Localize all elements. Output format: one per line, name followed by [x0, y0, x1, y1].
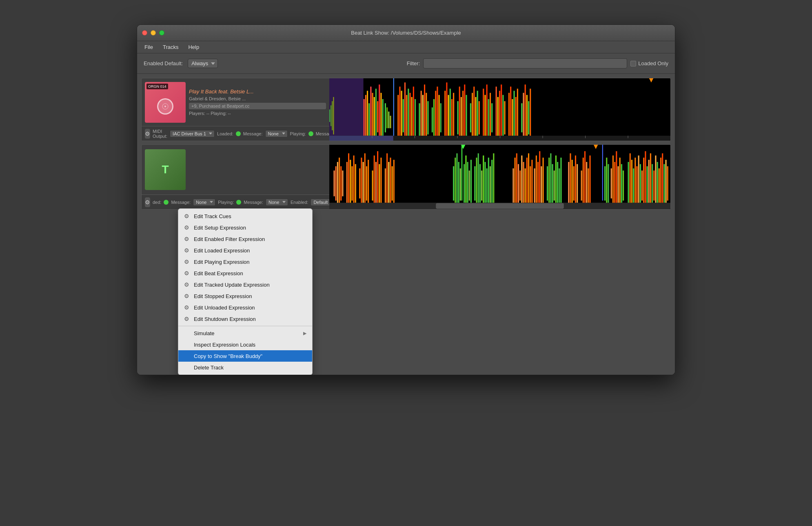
menu-tracks[interactable]: Tracks [159, 42, 183, 52]
svg-rect-24 [390, 116, 391, 128]
svg-rect-204 [619, 158, 621, 209]
playing-label-1: Playing: [290, 131, 306, 136]
track-controls-1: ⚙ MIDI Output: IAC Driver Bus 1 Loaded: … [142, 126, 329, 141]
svg-rect-186 [573, 166, 575, 201]
loaded-only-checkbox[interactable] [630, 61, 636, 66]
svg-rect-8 [393, 78, 394, 141]
svg-rect-137 [458, 162, 459, 205]
context-menu-item-edit-beat[interactable]: ⚙ Edit Beat Expression [178, 267, 312, 279]
svg-rect-106 [337, 162, 338, 205]
svg-rect-194 [589, 155, 590, 209]
svg-rect-46 [439, 95, 440, 137]
context-menu-item-edit-enabled-filter[interactable]: ⚙ Edit Enabled Filter Expression [178, 233, 312, 245]
maximize-button[interactable] [159, 30, 164, 35]
context-menu-item-edit-track-cues[interactable]: ⚙ Edit Track Cues [178, 210, 312, 222]
context-menu-label-edit-stopped: Edit Stopped Expression [194, 293, 252, 299]
enabled-default-label: Enabled Default: [144, 60, 183, 66]
svg-rect-182 [560, 158, 561, 209]
svg-rect-141 [467, 162, 468, 205]
filter-input[interactable] [423, 58, 627, 69]
svg-rect-12 [368, 103, 370, 137]
context-menu-item-edit-loaded[interactable]: ⚙ Edit Loaded Expression [178, 245, 312, 256]
svg-rect-201 [614, 162, 615, 205]
waveform-1[interactable]: /* waveform generated inline */ [329, 78, 670, 141]
svg-rect-158 [516, 153, 517, 209]
playing-label-2: Playing: [218, 200, 234, 205]
svg-rect-26 [399, 86, 400, 141]
track-gear-button-1[interactable]: ⚙ [145, 129, 150, 139]
loaded-msg-label-2: Message: [171, 200, 191, 205]
loaded-message-select-2[interactable]: None [193, 199, 215, 206]
svg-rect-84 [521, 103, 522, 132]
menu-help[interactable]: Help [184, 42, 203, 52]
context-menu-label-delete-track: Delete Track [194, 365, 224, 371]
svg-rect-227 [662, 153, 663, 209]
svg-rect-136 [456, 153, 457, 209]
menubar: File Tracks Help [137, 41, 675, 53]
svg-rect-195 [602, 145, 603, 201]
svg-rect-167 [531, 160, 532, 207]
svg-rect-180 [557, 162, 558, 205]
svg-rect-33 [411, 97, 413, 137]
loaded-message-select-1[interactable]: None [265, 130, 288, 137]
svg-rect-225 [659, 168, 660, 203]
svg-rect-164 [526, 158, 528, 209]
svg-rect-169 [536, 155, 537, 209]
svg-rect-47 [440, 103, 441, 132]
context-menu-item-inspect-locals[interactable]: ⚙ Inspect Expression Locals [178, 339, 312, 350]
svg-rect-140 [465, 155, 466, 209]
context-menu-separator-1 [178, 326, 312, 326]
svg-rect-77 [504, 101, 505, 135]
svg-rect-81 [513, 91, 515, 141]
svg-rect-22 [386, 107, 388, 128]
context-menu-item-edit-setup[interactable]: ⚙ Edit Setup Expression [178, 222, 312, 233]
svg-rect-170 [537, 162, 539, 205]
svg-rect-116 [359, 168, 360, 199]
context-menu[interactable]: ⚙ Edit Track Cues ⚙ Edit Setup Expressio… [178, 208, 313, 375]
context-menu-item-edit-shutdown[interactable]: ⚙ Edit Shutdown Expression [178, 313, 312, 325]
context-menu-item-simulate[interactable]: ⚙ Simulate ▶ [178, 327, 312, 339]
context-menu-label-edit-loaded: Edit Loaded Expression [194, 248, 250, 254]
playing-message-select-2[interactable]: None [266, 199, 288, 206]
context-menu-item-edit-playing[interactable]: ⚙ Edit Playing Expression [178, 256, 312, 267]
svg-rect-209 [631, 160, 632, 207]
menu-file[interactable]: File [140, 42, 157, 52]
svg-rect-74 [499, 91, 500, 141]
context-menu-item-edit-unloaded[interactable]: ⚙ Edit Unloaded Expression [178, 302, 312, 313]
svg-rect-10 [365, 95, 366, 141]
gear-icon: ⚙ [184, 236, 191, 242]
midi-output-select-1[interactable]: IAC Driver Bus 1 [170, 130, 215, 137]
context-menu-item-edit-tracked-update[interactable]: ⚙ Edit Tracked Update Expression [178, 279, 312, 290]
svg-rect-150 [484, 162, 486, 205]
svg-rect-18 [379, 84, 380, 141]
svg-rect-107 [339, 158, 340, 209]
svg-rect-177 [552, 164, 553, 203]
context-menu-item-delete-track[interactable]: ⚙ Delete Track [178, 362, 312, 373]
titlebar: Beat Link Show: /Volumes/DS/Shows/Exampl… [137, 25, 675, 41]
track-row-2: T ⚙ ded: Message: None Playing: Message: [141, 144, 671, 210]
submenu-arrow: ▶ [303, 331, 306, 336]
svg-rect-80 [512, 99, 513, 137]
svg-rect-149 [483, 155, 484, 209]
svg-rect-105 [335, 166, 337, 201]
svg-rect-93 [372, 136, 373, 138]
enabled-default-select[interactable]: Always Never On Air [188, 59, 218, 68]
svg-rect-7 [333, 97, 334, 135]
close-button[interactable] [142, 30, 147, 35]
gear-icon: ⚙ [184, 259, 191, 265]
svg-rect-97 [543, 136, 543, 138]
svg-rect-59 [466, 95, 467, 137]
context-menu-item-copy-to-show[interactable]: ⚙ Copy to Show "Break Buddy" [178, 350, 312, 362]
svg-rect-43 [433, 99, 435, 137]
context-menu-label-edit-shutdown: Edit Shutdown Expression [194, 316, 256, 322]
svg-rect-44 [435, 91, 436, 141]
svg-rect-213 [638, 155, 639, 209]
svg-rect-58 [464, 84, 465, 141]
waveform-2[interactable] [329, 145, 670, 209]
context-menu-item-edit-stopped[interactable]: ⚙ Edit Stopped Expression [178, 290, 312, 302]
svg-rect-71 [491, 103, 493, 132]
minimize-button[interactable] [151, 30, 156, 35]
svg-rect-173 [543, 158, 544, 209]
track-gear-button-2[interactable]: ⚙ [145, 197, 150, 207]
gear-icon: ⚙ [184, 304, 191, 311]
